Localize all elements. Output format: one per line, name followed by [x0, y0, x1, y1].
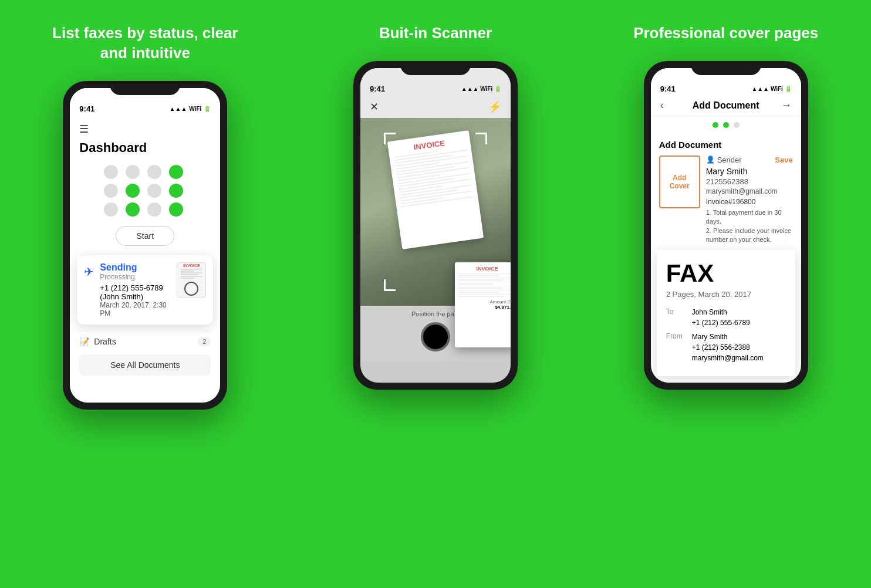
dot-12 — [169, 202, 183, 217]
fax-to-name: John Smith — [692, 307, 750, 317]
sender-invoice: Invoice#196800 — [706, 198, 793, 206]
panel-2: Buit-in Scanner 9:41 ▲▲▲ WiFi 🔋 ✕ ⚡ INVO… — [291, 0, 581, 588]
dot-6 — [126, 184, 140, 198]
drafts-left: 📝 Drafts — [79, 337, 116, 346]
forward-button[interactable]: → — [781, 99, 792, 111]
phone-notch-2 — [400, 61, 471, 75]
corner-tr — [475, 133, 487, 144]
dashboard-title: Dashboard — [79, 140, 211, 156]
progress-dots — [651, 116, 801, 134]
fax-pages-date: 2 Pages, March 20, 2017 — [666, 290, 786, 299]
preview-invoice-title: INVOICE — [458, 266, 511, 272]
fax-to-label: To — [666, 307, 686, 316]
phone-screen-3: 9:41 ▲▲▲ WiFi 🔋 ‹ Add Document → Add Doc… — [651, 68, 801, 383]
sender-label-row: 👤 Sender — [706, 156, 742, 164]
phone-screen-2: 9:41 ▲▲▲ WiFi 🔋 ✕ ⚡ INVOICE — [360, 68, 511, 383]
dot-10 — [126, 202, 140, 217]
phone-frame-3: 9:41 ▲▲▲ WiFi 🔋 ‹ Add Document → Add Doc… — [644, 61, 808, 390]
fax-card-details: Sending Processing +1 (212) 555-6789 (Jo… — [100, 262, 171, 317]
close-icon[interactable]: ✕ — [370, 100, 379, 113]
sender-label: Sender — [717, 156, 742, 164]
phone-notch-3 — [691, 61, 761, 75]
dashboard-header: ☰ Dashboard — [79, 123, 211, 156]
panel-3: Professional cover pages 9:41 ▲▲▲ WiFi 🔋… — [580, 0, 871, 588]
corner-tl — [384, 133, 396, 144]
time-1: 9:41 — [79, 104, 94, 113]
dot-3 — [147, 165, 161, 179]
nav-title: Add Document — [693, 100, 759, 111]
dot-1 — [104, 165, 118, 179]
phone-notch-1 — [110, 81, 180, 95]
fax-from-name: Mary Smith — [692, 332, 764, 342]
phone-frame-1: 9:41 ▲▲▲ WiFi 🔋 ☰ Dashboard — [63, 81, 227, 410]
fax-from-phone: +1 (212) 556-2388 — [692, 342, 764, 353]
fax-cover-preview: FAX 2 Pages, March 20, 2017 To John Smit… — [657, 250, 795, 376]
prog-dot-3 — [734, 122, 740, 128]
fax-to-row: To John Smith +1 (212) 555-6789 — [666, 307, 786, 328]
dot-9 — [104, 202, 118, 217]
save-link[interactable]: Save — [775, 156, 792, 164]
scan-preview: INVOICE Amount Due $4,871.47 — [455, 262, 511, 347]
status-icons-3: ▲▲▲ WiFi 🔋 — [751, 86, 791, 92]
phone-frame-2: 9:41 ▲▲▲ WiFi 🔋 ✕ ⚡ INVOICE — [353, 61, 518, 390]
fax-big-title: FAX — [666, 259, 786, 288]
add-cover-label: Add Cover — [663, 174, 697, 190]
panel-3-title: Professional cover pages — [633, 23, 818, 43]
fax-substatus: Processing — [100, 273, 171, 281]
drafts-badge: 2 — [198, 337, 211, 346]
dots-grid — [104, 165, 186, 217]
fax-from-label: From — [666, 332, 686, 340]
doc-row: Add Cover 👤 Sender Save Mary Smith 21255… — [659, 156, 793, 245]
drafts-edit-icon: 📝 — [79, 337, 89, 346]
fax-to-value: John Smith +1 (212) 555-6789 — [692, 307, 750, 328]
dot-11 — [147, 202, 161, 217]
fax-from-email: marysmith@gmail.com — [692, 353, 764, 363]
fax-card: ✈ Sending Processing +1 (212) 555-6789 (… — [77, 255, 213, 325]
sender-email: marysmith@gmail.com — [706, 187, 793, 195]
sender-note-1: 1. Total payment due in 30 days. — [706, 208, 793, 227]
fax-number: +1 (212) 555-6789 (John Smith) — [100, 283, 171, 301]
scanner-top-bar: ✕ ⚡ — [360, 96, 511, 118]
panel-1-title: List faxes by status, clear and intuitiv… — [51, 23, 239, 63]
flash-icon[interactable]: ⚡ — [488, 100, 501, 113]
fax-from-row: From Mary Smith +1 (212) 556-2388 marysm… — [666, 332, 786, 363]
phone-screen-1: 9:41 ▲▲▲ WiFi 🔋 ☰ Dashboard — [70, 88, 220, 403]
dot-8 — [169, 184, 183, 198]
time-3: 9:41 — [660, 85, 676, 93]
nav-bar: ‹ Add Document → — [651, 96, 801, 116]
add-doc-title: Add Document — [659, 140, 793, 150]
sender-icon: 👤 — [706, 156, 715, 164]
status-icons-2: ▲▲▲ WiFi 🔋 — [461, 86, 501, 92]
prog-dot-2 — [723, 122, 729, 128]
fax-date: March 20, 2017, 2:30 PM — [100, 301, 171, 317]
add-doc-section: Add Document Add Cover 👤 Sender Save — [651, 134, 801, 251]
menu-icon[interactable]: ☰ — [79, 123, 211, 136]
dot-4 — [169, 165, 183, 179]
thumb-lines — [181, 269, 202, 279]
time-2: 9:41 — [370, 85, 385, 93]
panel-2-title: Buit-in Scanner — [379, 23, 492, 43]
add-cover-button[interactable]: Add Cover — [659, 156, 700, 208]
see-all-button[interactable]: See All Documents — [79, 354, 211, 376]
shutter-button[interactable] — [421, 322, 450, 352]
dot-5 — [104, 184, 118, 198]
dashboard-content: ☰ Dashboard Start — [70, 116, 220, 383]
send-icon: ✈ — [84, 265, 94, 279]
back-button[interactable]: ‹ — [660, 99, 664, 111]
sender-section: 👤 Sender Save Mary Smith 2125562388 mary… — [706, 156, 793, 245]
drafts-row[interactable]: 📝 Drafts 2 — [79, 330, 211, 352]
fax-to-phone: +1 (212) 555-6789 — [692, 317, 750, 328]
fax-status: Sending — [100, 262, 171, 273]
drafts-label: Drafts — [94, 337, 116, 346]
sender-note-2: 2. Please include your invoice number on… — [706, 227, 793, 245]
sender-phone: 2125562388 — [706, 177, 793, 186]
dot-7 — [147, 184, 161, 198]
start-button[interactable]: Start — [116, 226, 174, 246]
status-icons-1: ▲▲▲ WiFi 🔋 — [170, 106, 211, 112]
sender-header-row: 👤 Sender Save — [706, 156, 793, 164]
fax-from-value: Mary Smith +1 (212) 556-2388 marysmith@g… — [692, 332, 764, 363]
prog-dot-1 — [713, 122, 718, 128]
fax-to-from: To John Smith +1 (212) 555-6789 From Mar… — [666, 307, 786, 363]
dot-2 — [126, 165, 140, 179]
corner-bl — [384, 279, 396, 291]
